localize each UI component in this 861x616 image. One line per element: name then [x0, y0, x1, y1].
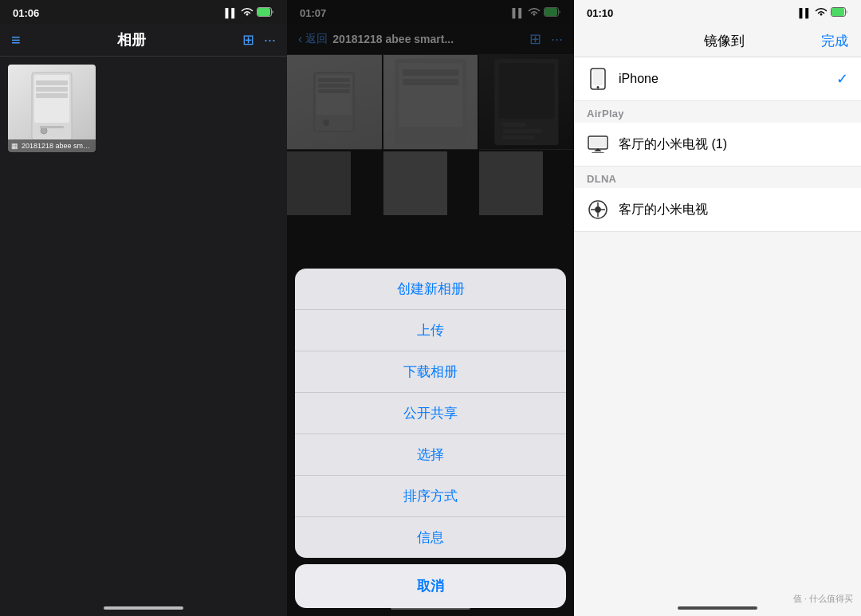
- nav-icons-1: ⊞ ···: [242, 31, 276, 49]
- action-public-share[interactable]: 公开共享: [295, 393, 566, 434]
- dlna-icon: [587, 198, 609, 221]
- signal-icon-1: ▌▌: [225, 8, 238, 18]
- action-sheet-main: 创建新相册 上传 下载相册 公开共享 选择 排序方式 信息: [295, 269, 566, 558]
- dlna-section: 客厅的小米电视: [574, 188, 861, 232]
- svg-rect-6: [36, 87, 68, 92]
- nav-bar-3: 镜像到 完成: [574, 24, 861, 57]
- nav-bar-1: ≡ 相册 ⊞ ···: [0, 24, 287, 57]
- action-upload[interactable]: 上传: [295, 310, 566, 351]
- signal-icon-3: ▌▌: [799, 8, 812, 18]
- action-sheet-cancel: 取消: [295, 564, 566, 608]
- watermark: 值 · 什么值得买: [793, 593, 853, 605]
- status-icons-3: ▌▌: [799, 7, 848, 18]
- home-indicator-3: [678, 606, 757, 610]
- action-sheet-overlay: 创建新相册 上传 下载相册 公开共享 选择 排序方式 信息 取消: [287, 0, 574, 616]
- action-info[interactable]: 信息: [295, 517, 566, 558]
- svg-point-31: [597, 86, 600, 88]
- svg-rect-33: [590, 138, 606, 147]
- airplay-section-header: AirPlay: [574, 101, 861, 123]
- mirror-list-body: iPhone ✓ AirPlay 客厅的小米电视 (1) DLNA: [574, 57, 861, 616]
- album-icon: ▦: [11, 142, 18, 150]
- svg-point-8: [41, 128, 47, 134]
- iphone-label: iPhone: [619, 72, 836, 86]
- svg-rect-28: [832, 8, 844, 16]
- mirror-iphone-section: iPhone ✓: [574, 57, 861, 101]
- airplay-section: 客厅的小米电视 (1): [574, 123, 861, 167]
- wifi-icon-3: [815, 7, 828, 18]
- dlna-tv-item[interactable]: 客厅的小米电视: [574, 188, 861, 232]
- menu-icon[interactable]: ≡: [11, 31, 21, 49]
- panel1-content: ▦ 20181218 abee smar...: [0, 57, 287, 616]
- panel1: 01:06 ▌▌ ≡ 相册: [0, 0, 287, 616]
- album-label: ▦ 20181218 abee smar...: [8, 139, 96, 152]
- panel2: 01:07 ▌▌ ‹ 返回 2018: [287, 0, 574, 616]
- grid-view-icon[interactable]: ⊞: [242, 31, 254, 49]
- svg-rect-2: [258, 8, 270, 16]
- dlna-section-header: DLNA: [574, 167, 861, 188]
- wifi-icon-1: [241, 7, 254, 18]
- panel1-title: 相册: [117, 30, 146, 49]
- status-icons-1: ▌▌: [225, 7, 274, 18]
- battery-icon-3: [831, 7, 848, 18]
- home-indicator-1: [104, 606, 183, 610]
- svg-rect-7: [36, 93, 68, 98]
- action-download-album[interactable]: 下载相册: [295, 351, 566, 393]
- action-create-album[interactable]: 创建新相册: [295, 269, 566, 310]
- svg-rect-5: [36, 80, 68, 85]
- status-bar-3: 01:10 ▌▌: [574, 0, 861, 24]
- more-icon-1[interactable]: ···: [264, 32, 276, 49]
- action-cancel[interactable]: 取消: [295, 564, 566, 608]
- airplay-tv-item[interactable]: 客厅的小米电视 (1): [574, 123, 861, 167]
- album-name: 20181218 abee smar...: [22, 142, 92, 150]
- mirror-iphone-item[interactable]: iPhone ✓: [574, 57, 861, 101]
- svg-rect-30: [593, 70, 603, 85]
- iphone-device-icon: [587, 68, 609, 90]
- time-3: 01:10: [587, 7, 613, 19]
- svg-rect-9: [40, 126, 64, 128]
- action-sort[interactable]: 排序方式: [295, 476, 566, 517]
- airplay-tv-label: 客厅的小米电视 (1): [619, 136, 848, 153]
- checkmark-icon: ✓: [836, 70, 848, 88]
- dlna-tv-label: 客厅的小米电视: [619, 202, 848, 218]
- battery-icon-1: [257, 7, 274, 18]
- action-select[interactable]: 选择: [295, 434, 566, 476]
- airplay-icon: [587, 133, 609, 155]
- mirror-title: 镜像到: [704, 32, 745, 50]
- album-item[interactable]: ▦ 20181218 abee smar...: [8, 65, 96, 152]
- done-button[interactable]: 完成: [821, 32, 848, 50]
- panel3: 01:10 ▌▌ 镜像到 完成: [574, 0, 861, 616]
- status-bar-1: 01:06 ▌▌: [0, 0, 287, 24]
- time-1: 01:06: [13, 7, 39, 19]
